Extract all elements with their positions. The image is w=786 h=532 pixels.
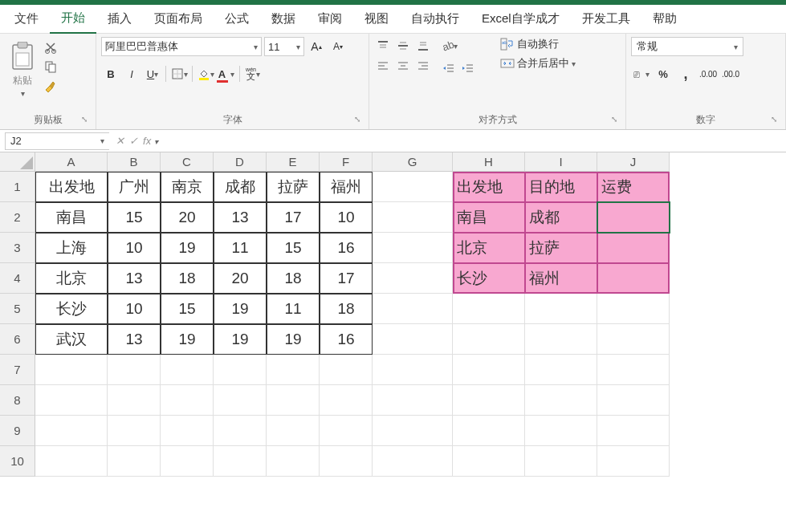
cell[interactable] [373, 355, 453, 385]
tab-页面布局[interactable]: 页面布局 [143, 5, 214, 33]
number-format-select[interactable]: 常规 ▾ [631, 37, 743, 56]
cell[interactable]: 目的地 [525, 172, 597, 202]
row-header[interactable]: 8 [0, 385, 35, 416]
cell[interactable]: 广州 [108, 172, 161, 202]
tab-开发工具[interactable]: 开发工具 [571, 5, 641, 33]
cell[interactable]: 10 [320, 202, 373, 233]
cell[interactable] [161, 446, 214, 477]
cell[interactable] [214, 446, 267, 477]
cell[interactable] [453, 355, 525, 385]
row-header[interactable]: 10 [0, 446, 35, 477]
row-header[interactable]: 4 [0, 263, 35, 294]
cell[interactable]: 11 [214, 233, 267, 263]
cell[interactable] [373, 233, 453, 263]
cell[interactable] [525, 446, 597, 477]
paste-button[interactable]: 粘贴 ▾ [5, 37, 40, 101]
align-middle-icon[interactable] [394, 37, 412, 55]
dialog-launcher-icon[interactable]: ⤡ [771, 115, 782, 126]
decrease-indent-icon[interactable] [440, 59, 458, 77]
tab-公式[interactable]: 公式 [214, 5, 260, 33]
cell[interactable] [373, 446, 453, 477]
cell[interactable]: 15 [267, 233, 320, 263]
comma-button[interactable]: , [676, 64, 695, 83]
cell[interactable]: 拉萨 [267, 172, 320, 202]
tab-自动执行[interactable]: 自动执行 [400, 5, 470, 33]
col-header[interactable]: H [453, 152, 525, 172]
dialog-launcher-icon[interactable]: ⤡ [81, 115, 92, 126]
cell[interactable]: 18 [161, 263, 214, 294]
cell[interactable]: 长沙 [453, 263, 525, 294]
underline-button[interactable]: U ▾ [143, 64, 162, 83]
col-header[interactable]: B [108, 152, 161, 172]
cell[interactable]: 福州 [320, 172, 373, 202]
col-header[interactable]: E [267, 152, 320, 172]
cell[interactable]: 成都 [525, 202, 597, 233]
cell[interactable] [597, 324, 670, 355]
cell[interactable] [453, 324, 525, 355]
cancel-formula-icon[interactable]: ✕ [116, 135, 124, 147]
align-bottom-icon[interactable] [414, 37, 432, 55]
cell[interactable] [525, 294, 597, 324]
cell[interactable] [161, 385, 214, 416]
cell[interactable] [267, 385, 320, 416]
row-header[interactable]: 6 [0, 324, 35, 355]
cell[interactable] [373, 263, 453, 294]
cell[interactable] [525, 416, 597, 446]
cell[interactable]: 福州 [525, 263, 597, 294]
accounting-format-button[interactable]: ⎚▾ [631, 64, 650, 83]
row-header[interactable]: 3 [0, 233, 35, 263]
spreadsheet-grid[interactable]: 12345678910 ABCDEFGHIJ 出发地广州南京成都拉萨福州南昌15… [0, 152, 786, 530]
cell[interactable] [597, 385, 670, 416]
cell[interactable]: 19 [161, 324, 214, 355]
cut-icon[interactable] [43, 40, 58, 55]
cell[interactable]: 19 [214, 294, 267, 324]
col-header[interactable]: J [597, 152, 670, 172]
align-left-icon[interactable] [374, 57, 392, 75]
cell[interactable]: 运费 [597, 172, 670, 202]
font-name-select[interactable]: 阿里巴巴普惠体 ▾ [101, 37, 262, 56]
row-header[interactable]: 5 [0, 294, 35, 324]
cell[interactable]: 15 [108, 202, 161, 233]
cell[interactable]: 13 [108, 324, 161, 355]
decrease-font-icon[interactable]: A▾ [328, 37, 348, 56]
tab-数据[interactable]: 数据 [260, 5, 307, 33]
cell[interactable] [108, 446, 161, 477]
col-header[interactable]: F [320, 152, 373, 172]
cell[interactable] [373, 416, 453, 446]
align-center-icon[interactable] [394, 57, 412, 75]
cell[interactable]: 10 [108, 233, 161, 263]
cell[interactable]: 19 [267, 324, 320, 355]
cell[interactable] [35, 385, 108, 416]
select-all-corner[interactable] [0, 152, 35, 172]
cell[interactable]: 18 [267, 263, 320, 294]
cell[interactable] [214, 416, 267, 446]
italic-button[interactable]: I [122, 64, 141, 83]
tab-帮助[interactable]: 帮助 [641, 5, 688, 33]
cell[interactable] [161, 355, 214, 385]
cell[interactable]: 16 [320, 324, 373, 355]
cell[interactable]: 南昌 [453, 202, 525, 233]
cell[interactable] [597, 355, 670, 385]
decrease-decimal-icon[interactable]: .00.0 [721, 64, 740, 83]
cell[interactable]: 10 [108, 294, 161, 324]
cell[interactable] [373, 202, 453, 233]
cell[interactable]: 南京 [161, 172, 214, 202]
cell[interactable] [214, 355, 267, 385]
col-header[interactable]: D [214, 152, 267, 172]
cell[interactable]: 成都 [214, 172, 267, 202]
cell[interactable] [373, 294, 453, 324]
cell[interactable] [453, 446, 525, 477]
cell[interactable] [597, 263, 670, 294]
tab-视图[interactable]: 视图 [353, 5, 400, 33]
fx-icon[interactable]: fx ▾ [143, 135, 158, 147]
cell[interactable] [525, 355, 597, 385]
cell[interactable]: 11 [267, 294, 320, 324]
cell[interactable]: 13 [108, 263, 161, 294]
cell[interactable] [453, 385, 525, 416]
col-header[interactable]: C [161, 152, 214, 172]
cell[interactable] [453, 294, 525, 324]
row-header[interactable]: 2 [0, 202, 35, 233]
cell[interactable] [108, 385, 161, 416]
cell[interactable] [320, 416, 373, 446]
cell[interactable]: 北京 [35, 263, 108, 294]
